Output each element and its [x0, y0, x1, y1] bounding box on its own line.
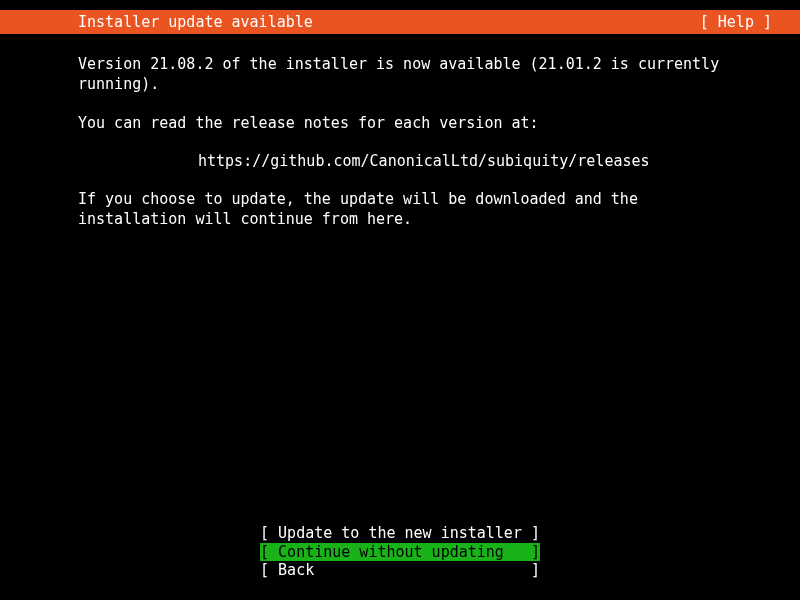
page-title: Installer update available	[78, 13, 313, 31]
button-group: [ Update to the new installer ] [ Contin…	[0, 524, 800, 580]
back-button[interactable]: [ Back ]	[260, 561, 540, 580]
continue-without-updating-button[interactable]: [ Continue without updating ]	[260, 543, 540, 562]
update-installer-button[interactable]: [ Update to the new installer ]	[260, 524, 540, 543]
update-explanation-text: If you choose to update, the update will…	[78, 189, 722, 230]
content-area: Version 21.08.2 of the installer is now …	[0, 34, 800, 230]
version-info-text: Version 21.08.2 of the installer is now …	[78, 54, 722, 95]
header-bar: Installer update available [ Help ]	[0, 10, 800, 34]
release-notes-intro: You can read the release notes for each …	[78, 113, 722, 133]
help-button[interactable]: [ Help ]	[700, 13, 792, 31]
release-notes-url: https://github.com/CanonicalLtd/subiquit…	[78, 151, 722, 171]
